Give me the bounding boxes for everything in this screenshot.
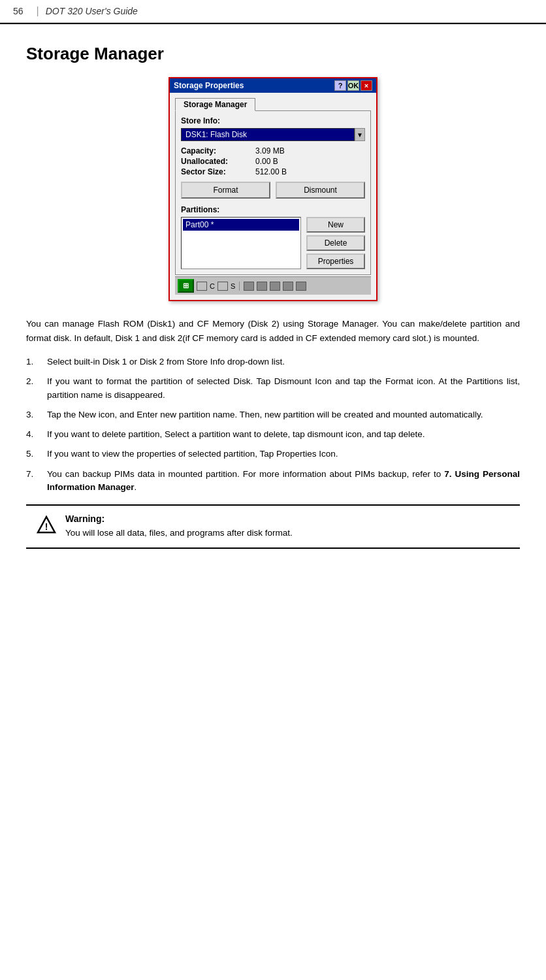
warning-text: You will lose all data, files, and progr… — [65, 527, 509, 540]
taskbar-icon-3[interactable] — [244, 282, 254, 291]
page-content: Storage Manager Storage Properties ? OK … — [0, 24, 546, 575]
partitions-buttons: New Delete Properties — [306, 217, 365, 269]
screenshot-container: Storage Properties ? OK × Storage Manage… — [26, 77, 520, 301]
partitions-area: Part00 * New Delete Properties — [181, 217, 365, 269]
taskbar-icon-1[interactable] — [197, 282, 207, 291]
taskbar-icon-4[interactable] — [257, 282, 267, 291]
dropdown-value: DSK1: Flash Disk — [185, 130, 247, 139]
window-titlebar: Storage Properties ? OK × — [170, 78, 376, 93]
delete-button[interactable]: Delete — [306, 235, 365, 251]
step-4: 4. If you want to delete partition, Sele… — [26, 428, 520, 441]
storage-properties-window: Storage Properties ? OK × Storage Manage… — [169, 77, 377, 301]
warning-icon: ! — [37, 514, 56, 534]
dropdown-arrow-icon[interactable]: ▼ — [355, 128, 365, 141]
step-5: 5. If you want to view the properties of… — [26, 448, 520, 461]
warning-triangle-icon: ! — [37, 515, 56, 534]
page-header: 56 | DOT 320 User's Guide — [0, 0, 546, 23]
steps-list: 1. Select built-in Disk 1 or Disk 2 from… — [26, 355, 520, 494]
sector-label: Sector Size: — [181, 167, 253, 176]
unallocated-label: Unallocated: — [181, 157, 253, 166]
warning-box: ! Warning: You will lose all data, files… — [26, 504, 520, 549]
page-number: 56 — [13, 6, 24, 16]
step-num-7: 7. — [26, 468, 39, 495]
windows-icon: ⊞ — [183, 282, 189, 290]
help-button[interactable]: ? — [334, 80, 346, 91]
store-info-label: Store Info: — [181, 116, 365, 125]
format-button[interactable]: Format — [181, 182, 270, 199]
guide-title: DOT 320 User's Guide — [46, 6, 138, 16]
capacity-label: Capacity: — [181, 146, 253, 155]
window-body: Storage Manager Store Info: DSK1: Flash … — [170, 93, 376, 300]
taskbar: ⊞ C S — [175, 276, 371, 295]
step-num-4: 4. — [26, 428, 39, 441]
dismount-button[interactable]: Dismount — [276, 182, 365, 199]
tab-row: Storage Manager — [175, 98, 371, 110]
step-num-1: 1. — [26, 355, 39, 368]
ok-button[interactable]: OK — [347, 80, 359, 91]
step-num-3: 3. — [26, 408, 39, 421]
step-text-4: If you want to delete partition, Select … — [47, 428, 520, 441]
step-text-7: You can backup PIMs data in mounted part… — [47, 468, 520, 495]
taskbar-icon-5[interactable] — [270, 282, 280, 291]
sector-value: 512.00 B — [255, 167, 365, 176]
step-num-5: 5. — [26, 448, 39, 461]
section-title: Storage Manager — [26, 44, 520, 64]
taskbar-text-c: C — [210, 282, 215, 290]
step-text-5: If you want to view the properties of se… — [47, 448, 520, 461]
warning-title: Warning: — [65, 514, 509, 524]
format-dismount-row: Format Dismount — [181, 182, 365, 199]
taskbar-icon-7[interactable] — [296, 282, 306, 291]
tab-storage-manager[interactable]: Storage Manager — [175, 98, 255, 111]
vertical-sep: | — [37, 5, 39, 17]
step-text-2: If you want to format the partition of s… — [47, 375, 520, 402]
tab-content: Store Info: DSK1: Flash Disk ▼ Capacity:… — [175, 110, 371, 275]
step-3: 3. Tap the New icon, and Enter new parti… — [26, 408, 520, 421]
properties-button[interactable]: Properties — [306, 253, 365, 269]
partitions-label: Partitions: — [181, 205, 365, 214]
warning-content: Warning: You will lose all data, files, … — [65, 514, 509, 540]
info-grid: Capacity: 3.09 MB Unallocated: 0.00 B Se… — [181, 146, 365, 176]
partitions-list[interactable]: Part00 * — [181, 217, 301, 269]
store-info-dropdown[interactable]: DSK1: Flash Disk — [181, 128, 355, 141]
step7-end: . — [135, 482, 137, 492]
start-button[interactable]: ⊞ — [178, 279, 194, 293]
step-num-2: 2. — [26, 375, 39, 402]
step-7: 7. You can backup PIMs data in mounted p… — [26, 468, 520, 495]
step-2: 2. If you want to format the partition o… — [26, 375, 520, 402]
window-title: Storage Properties — [174, 81, 244, 90]
store-info-dropdown-row: DSK1: Flash Disk ▼ — [181, 128, 365, 141]
close-button[interactable]: × — [361, 80, 372, 91]
step-text-3: Tap the New icon, and Enter new partitio… — [47, 408, 520, 421]
step-1: 1. Select built-in Disk 1 or Disk 2 from… — [26, 355, 520, 368]
unallocated-value: 0.00 B — [255, 157, 365, 166]
partition-item[interactable]: Part00 * — [183, 219, 299, 231]
body-paragraph: You can manage Flash ROM (Disk1) and CF … — [26, 317, 520, 345]
taskbar-icon-6[interactable] — [283, 282, 293, 291]
capacity-value: 3.09 MB — [255, 146, 365, 155]
pims-reference: 7. Using Personal Information Manager — [47, 469, 520, 492]
step-text-1: Select built-in Disk 1 or Disk 2 from St… — [47, 355, 520, 368]
svg-text:!: ! — [45, 521, 48, 532]
new-button[interactable]: New — [306, 217, 365, 233]
taskbar-separator — [239, 282, 240, 291]
taskbar-icon-2[interactable] — [217, 282, 228, 291]
titlebar-buttons: ? OK × — [334, 80, 372, 91]
taskbar-text-s: S — [231, 282, 235, 290]
